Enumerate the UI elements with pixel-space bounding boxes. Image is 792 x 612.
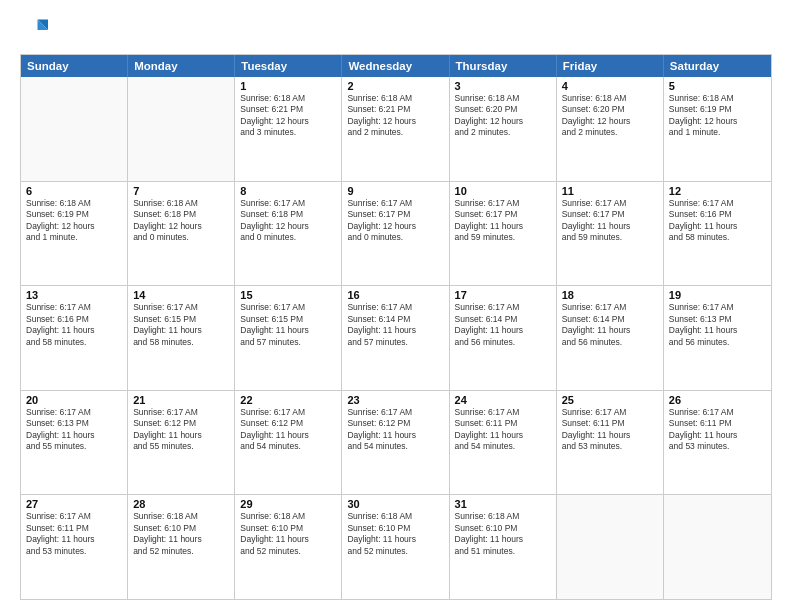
day-number: 28 — [133, 498, 229, 510]
calendar-cell: 20Sunrise: 6:17 AM Sunset: 6:13 PM Dayli… — [21, 391, 128, 495]
calendar-cell: 27Sunrise: 6:17 AM Sunset: 6:11 PM Dayli… — [21, 495, 128, 599]
calendar-row: 6Sunrise: 6:18 AM Sunset: 6:19 PM Daylig… — [21, 182, 771, 287]
day-number: 7 — [133, 185, 229, 197]
day-info: Sunrise: 6:18 AM Sunset: 6:19 PM Dayligh… — [669, 93, 766, 139]
day-info: Sunrise: 6:17 AM Sunset: 6:17 PM Dayligh… — [562, 198, 658, 244]
day-number: 31 — [455, 498, 551, 510]
calendar-header-cell: Thursday — [450, 55, 557, 77]
day-info: Sunrise: 6:17 AM Sunset: 6:11 PM Dayligh… — [562, 407, 658, 453]
day-info: Sunrise: 6:18 AM Sunset: 6:10 PM Dayligh… — [347, 511, 443, 557]
calendar-cell — [128, 77, 235, 181]
day-number: 21 — [133, 394, 229, 406]
calendar-cell: 28Sunrise: 6:18 AM Sunset: 6:10 PM Dayli… — [128, 495, 235, 599]
day-info: Sunrise: 6:18 AM Sunset: 6:21 PM Dayligh… — [347, 93, 443, 139]
calendar-header-cell: Friday — [557, 55, 664, 77]
day-info: Sunrise: 6:18 AM Sunset: 6:20 PM Dayligh… — [455, 93, 551, 139]
day-number: 11 — [562, 185, 658, 197]
calendar-cell: 4Sunrise: 6:18 AM Sunset: 6:20 PM Daylig… — [557, 77, 664, 181]
calendar-cell — [21, 77, 128, 181]
day-number: 5 — [669, 80, 766, 92]
day-info: Sunrise: 6:17 AM Sunset: 6:11 PM Dayligh… — [669, 407, 766, 453]
calendar-cell: 23Sunrise: 6:17 AM Sunset: 6:12 PM Dayli… — [342, 391, 449, 495]
day-info: Sunrise: 6:17 AM Sunset: 6:12 PM Dayligh… — [240, 407, 336, 453]
day-info: Sunrise: 6:17 AM Sunset: 6:11 PM Dayligh… — [26, 511, 122, 557]
header — [20, 16, 772, 44]
calendar-header-cell: Saturday — [664, 55, 771, 77]
calendar-cell: 14Sunrise: 6:17 AM Sunset: 6:15 PM Dayli… — [128, 286, 235, 390]
day-number: 27 — [26, 498, 122, 510]
calendar-cell: 25Sunrise: 6:17 AM Sunset: 6:11 PM Dayli… — [557, 391, 664, 495]
day-number: 9 — [347, 185, 443, 197]
day-number: 12 — [669, 185, 766, 197]
day-number: 13 — [26, 289, 122, 301]
day-number: 2 — [347, 80, 443, 92]
logo — [20, 16, 52, 44]
day-info: Sunrise: 6:18 AM Sunset: 6:20 PM Dayligh… — [562, 93, 658, 139]
day-number: 23 — [347, 394, 443, 406]
day-info: Sunrise: 6:17 AM Sunset: 6:15 PM Dayligh… — [133, 302, 229, 348]
calendar-cell: 1Sunrise: 6:18 AM Sunset: 6:21 PM Daylig… — [235, 77, 342, 181]
calendar-cell: 8Sunrise: 6:17 AM Sunset: 6:18 PM Daylig… — [235, 182, 342, 286]
day-number: 18 — [562, 289, 658, 301]
calendar-cell: 15Sunrise: 6:17 AM Sunset: 6:15 PM Dayli… — [235, 286, 342, 390]
day-number: 17 — [455, 289, 551, 301]
calendar-header-cell: Monday — [128, 55, 235, 77]
day-number: 14 — [133, 289, 229, 301]
day-number: 26 — [669, 394, 766, 406]
day-number: 24 — [455, 394, 551, 406]
day-number: 1 — [240, 80, 336, 92]
calendar-cell: 11Sunrise: 6:17 AM Sunset: 6:17 PM Dayli… — [557, 182, 664, 286]
day-info: Sunrise: 6:17 AM Sunset: 6:17 PM Dayligh… — [455, 198, 551, 244]
calendar-cell: 3Sunrise: 6:18 AM Sunset: 6:20 PM Daylig… — [450, 77, 557, 181]
calendar-header-cell: Sunday — [21, 55, 128, 77]
calendar-cell: 30Sunrise: 6:18 AM Sunset: 6:10 PM Dayli… — [342, 495, 449, 599]
calendar-cell: 26Sunrise: 6:17 AM Sunset: 6:11 PM Dayli… — [664, 391, 771, 495]
calendar-cell: 29Sunrise: 6:18 AM Sunset: 6:10 PM Dayli… — [235, 495, 342, 599]
calendar-cell: 6Sunrise: 6:18 AM Sunset: 6:19 PM Daylig… — [21, 182, 128, 286]
calendar-header: SundayMondayTuesdayWednesdayThursdayFrid… — [21, 55, 771, 77]
calendar-header-cell: Wednesday — [342, 55, 449, 77]
day-info: Sunrise: 6:17 AM Sunset: 6:12 PM Dayligh… — [347, 407, 443, 453]
calendar-row: 13Sunrise: 6:17 AM Sunset: 6:16 PM Dayli… — [21, 286, 771, 391]
day-number: 8 — [240, 185, 336, 197]
day-info: Sunrise: 6:17 AM Sunset: 6:14 PM Dayligh… — [455, 302, 551, 348]
calendar-cell: 22Sunrise: 6:17 AM Sunset: 6:12 PM Dayli… — [235, 391, 342, 495]
day-info: Sunrise: 6:18 AM Sunset: 6:10 PM Dayligh… — [455, 511, 551, 557]
day-info: Sunrise: 6:17 AM Sunset: 6:17 PM Dayligh… — [347, 198, 443, 244]
day-info: Sunrise: 6:18 AM Sunset: 6:10 PM Dayligh… — [240, 511, 336, 557]
calendar-cell: 2Sunrise: 6:18 AM Sunset: 6:21 PM Daylig… — [342, 77, 449, 181]
calendar-cell: 12Sunrise: 6:17 AM Sunset: 6:16 PM Dayli… — [664, 182, 771, 286]
day-number: 16 — [347, 289, 443, 301]
calendar-cell: 24Sunrise: 6:17 AM Sunset: 6:11 PM Dayli… — [450, 391, 557, 495]
day-number: 3 — [455, 80, 551, 92]
logo-icon — [20, 16, 48, 44]
day-info: Sunrise: 6:17 AM Sunset: 6:15 PM Dayligh… — [240, 302, 336, 348]
calendar-row: 20Sunrise: 6:17 AM Sunset: 6:13 PM Dayli… — [21, 391, 771, 496]
calendar-cell: 21Sunrise: 6:17 AM Sunset: 6:12 PM Dayli… — [128, 391, 235, 495]
day-info: Sunrise: 6:17 AM Sunset: 6:11 PM Dayligh… — [455, 407, 551, 453]
calendar-cell: 17Sunrise: 6:17 AM Sunset: 6:14 PM Dayli… — [450, 286, 557, 390]
day-info: Sunrise: 6:18 AM Sunset: 6:19 PM Dayligh… — [26, 198, 122, 244]
day-number: 22 — [240, 394, 336, 406]
calendar-cell — [664, 495, 771, 599]
day-info: Sunrise: 6:17 AM Sunset: 6:16 PM Dayligh… — [669, 198, 766, 244]
calendar-body: 1Sunrise: 6:18 AM Sunset: 6:21 PM Daylig… — [21, 77, 771, 599]
day-info: Sunrise: 6:17 AM Sunset: 6:14 PM Dayligh… — [347, 302, 443, 348]
day-info: Sunrise: 6:17 AM Sunset: 6:13 PM Dayligh… — [669, 302, 766, 348]
calendar-header-cell: Tuesday — [235, 55, 342, 77]
calendar-cell: 19Sunrise: 6:17 AM Sunset: 6:13 PM Dayli… — [664, 286, 771, 390]
day-info: Sunrise: 6:17 AM Sunset: 6:13 PM Dayligh… — [26, 407, 122, 453]
day-info: Sunrise: 6:18 AM Sunset: 6:21 PM Dayligh… — [240, 93, 336, 139]
calendar-cell: 16Sunrise: 6:17 AM Sunset: 6:14 PM Dayli… — [342, 286, 449, 390]
calendar-cell: 9Sunrise: 6:17 AM Sunset: 6:17 PM Daylig… — [342, 182, 449, 286]
calendar-cell: 18Sunrise: 6:17 AM Sunset: 6:14 PM Dayli… — [557, 286, 664, 390]
day-number: 6 — [26, 185, 122, 197]
day-info: Sunrise: 6:17 AM Sunset: 6:16 PM Dayligh… — [26, 302, 122, 348]
day-number: 4 — [562, 80, 658, 92]
calendar-cell: 10Sunrise: 6:17 AM Sunset: 6:17 PM Dayli… — [450, 182, 557, 286]
calendar-cell: 7Sunrise: 6:18 AM Sunset: 6:18 PM Daylig… — [128, 182, 235, 286]
day-info: Sunrise: 6:17 AM Sunset: 6:18 PM Dayligh… — [240, 198, 336, 244]
day-info: Sunrise: 6:17 AM Sunset: 6:12 PM Dayligh… — [133, 407, 229, 453]
calendar-cell — [557, 495, 664, 599]
day-number: 10 — [455, 185, 551, 197]
